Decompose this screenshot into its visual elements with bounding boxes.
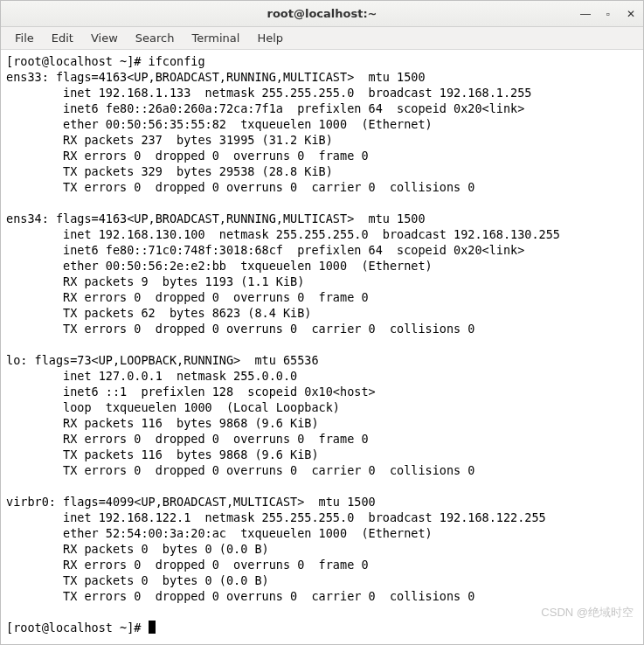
minimize-button[interactable]: —: [578, 7, 592, 21]
cursor: [149, 621, 156, 634]
menu-search[interactable]: Search: [128, 29, 182, 47]
menu-view[interactable]: View: [84, 29, 125, 47]
menubar: File Edit View Search Terminal Help: [1, 27, 643, 50]
terminal-window: root@localhost:~ — ▫ ✕ File Edit View Se…: [0, 0, 644, 645]
window-title: root@localhost:~: [267, 7, 377, 20]
close-button[interactable]: ✕: [624, 7, 638, 21]
titlebar: root@localhost:~ — ▫ ✕: [1, 1, 643, 27]
menu-file[interactable]: File: [8, 29, 41, 47]
menu-edit[interactable]: Edit: [45, 29, 80, 47]
maximize-button[interactable]: ▫: [601, 7, 615, 21]
menu-terminal[interactable]: Terminal: [184, 29, 246, 47]
window-controls: — ▫ ✕: [578, 7, 638, 21]
terminal-output[interactable]: [root@localhost ~]# ifconfig ens33: flag…: [1, 50, 643, 644]
menu-help[interactable]: Help: [250, 29, 290, 47]
